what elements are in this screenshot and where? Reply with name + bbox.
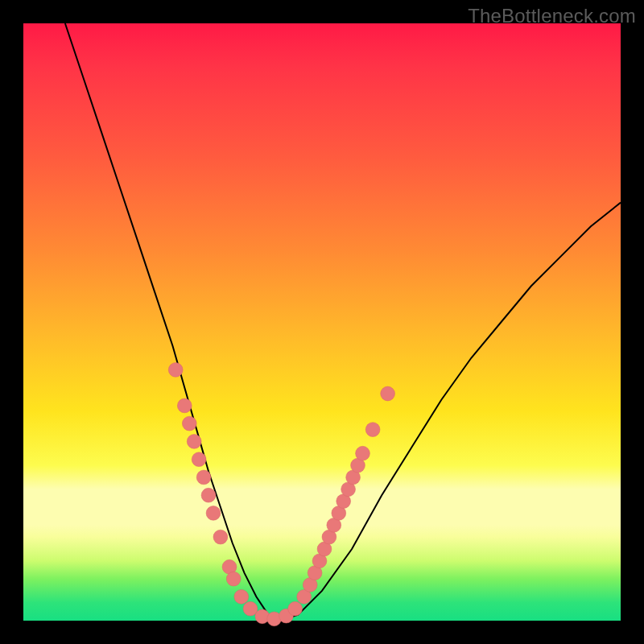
curve-dot xyxy=(182,416,196,431)
curve-dot xyxy=(196,470,211,485)
curve-dot xyxy=(365,423,380,437)
chart-svg xyxy=(23,23,621,621)
curve-dots xyxy=(168,363,394,626)
curve-dot xyxy=(168,363,183,378)
chart-frame: TheBottleneck.com xyxy=(0,0,644,644)
curve-dot xyxy=(187,435,201,449)
curve-dot xyxy=(234,589,249,604)
curve-dot xyxy=(288,601,303,616)
curve-dot xyxy=(213,530,228,544)
curve-dot xyxy=(192,452,206,467)
watermark-label: TheBottleneck.com xyxy=(468,5,636,27)
curve-dot xyxy=(243,601,258,616)
curve-dot xyxy=(226,572,241,586)
curve-dot xyxy=(381,386,395,401)
curve-dot xyxy=(206,506,221,521)
chart-plot-area xyxy=(23,23,621,621)
curve-dot xyxy=(201,488,216,502)
bottleneck-curve xyxy=(65,23,621,621)
curve-dot xyxy=(356,446,370,460)
curve-dot xyxy=(177,398,192,413)
